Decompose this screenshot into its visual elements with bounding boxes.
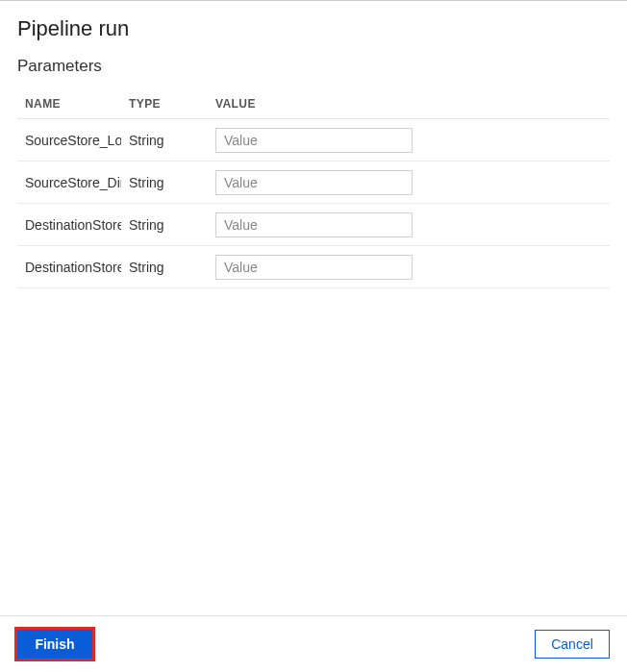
param-value-cell — [208, 204, 610, 246]
param-value-cell — [208, 119, 610, 162]
param-value-cell — [208, 246, 610, 288]
param-type: String — [121, 246, 208, 288]
param-value-input[interactable] — [215, 128, 413, 153]
param-value-input[interactable] — [215, 255, 413, 280]
panel-content: NAME TYPE VALUE SourceStore_Loc String S… — [0, 80, 627, 615]
table-row: DestinationStore String — [17, 204, 610, 246]
param-name: DestinationStore — [17, 246, 121, 288]
section-parameters-title: Parameters — [0, 47, 627, 80]
panel-header: Pipeline run — [0, 1, 627, 47]
column-header-name: NAME — [17, 89, 121, 119]
panel-title: Pipeline run — [17, 16, 610, 41]
param-value-input[interactable] — [215, 212, 413, 237]
pipeline-run-panel: Pipeline run Parameters NAME TYPE VALUE … — [0, 1, 627, 672]
param-type: String — [121, 204, 208, 246]
table-row: DestinationStore String — [17, 246, 610, 288]
cancel-button[interactable]: Cancel — [535, 630, 610, 659]
param-name: DestinationStore — [17, 204, 121, 246]
table-row: SourceStore_Dire String — [17, 162, 610, 204]
param-value-cell — [208, 162, 610, 204]
param-name: SourceStore_Dire — [17, 162, 121, 204]
param-name: SourceStore_Loc — [17, 119, 121, 162]
column-header-value: VALUE — [208, 89, 610, 119]
column-header-type: TYPE — [121, 89, 208, 119]
param-value-input[interactable] — [215, 170, 413, 195]
finish-button[interactable]: Finish — [17, 630, 92, 659]
param-type: String — [121, 162, 208, 204]
panel-footer: Finish Cancel — [0, 615, 627, 672]
table-header-row: NAME TYPE VALUE — [17, 89, 610, 119]
table-row: SourceStore_Loc String — [17, 119, 610, 162]
param-type: String — [121, 119, 208, 162]
parameters-table: NAME TYPE VALUE SourceStore_Loc String S… — [17, 89, 610, 288]
